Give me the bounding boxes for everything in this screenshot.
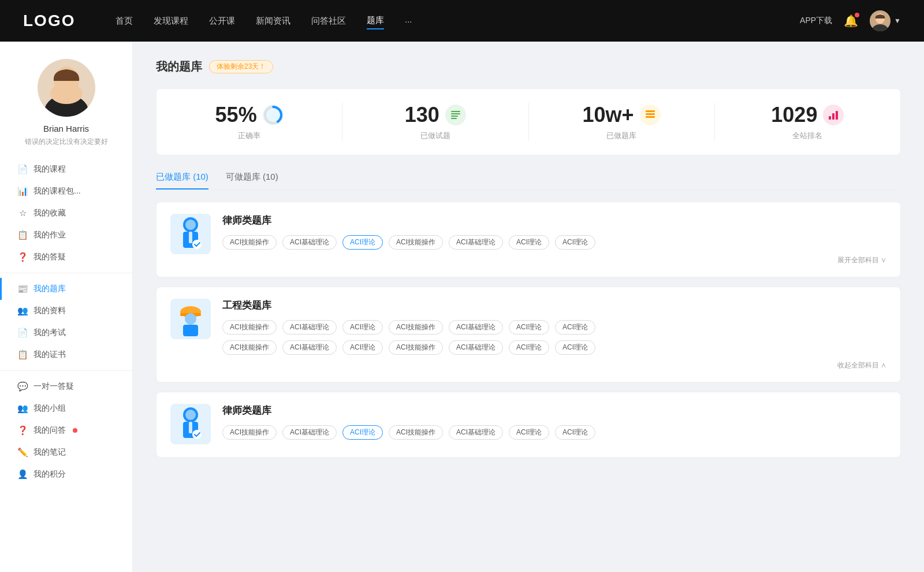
profile-name: Brian Harris: [43, 124, 89, 133]
tag-2-1-0[interactable]: ACI技能操作: [222, 340, 277, 355]
qbank-card-2: 工程类题库 ACI技能操作 ACI基础理论 ACI理论 ACI技能操作 ACI基…: [156, 287, 901, 382]
qbank-title-1: 律师类题库: [222, 214, 886, 227]
profile-icon: 👥: [17, 306, 28, 316]
tag-3-6[interactable]: ACI理论: [555, 425, 595, 440]
sidebar-item-course-packages-label: 我的课程包...: [33, 186, 81, 196]
stat-rank: 1029 全站排名: [715, 103, 900, 141]
tag-1-0[interactable]: ACI技能操作: [222, 235, 277, 250]
sidebar-item-certificate[interactable]: 📋 我的证书: [0, 344, 132, 366]
sidebar-item-qa[interactable]: ❓ 我的答疑: [0, 246, 132, 268]
tag-1-1[interactable]: ACI基础理论: [282, 235, 337, 250]
sidebar-item-course-packages[interactable]: 📊 我的课程包...: [0, 180, 132, 202]
svg-point-21: [185, 220, 196, 230]
sidebar-item-1on1-label: 一对一答疑: [33, 381, 74, 392]
stat-accuracy-label: 正确率: [168, 131, 330, 141]
stat-banks-value: 10w+: [583, 103, 634, 127]
stat-accuracy-value: 55%: [215, 103, 257, 127]
sidebar-item-exam[interactable]: 📄 我的考试: [0, 322, 132, 344]
sidebar-item-points[interactable]: 👤 我的积分: [0, 463, 132, 485]
qbank-card-3: 律师类题库 ACI技能操作 ACI基础理论 ACI理论 ACI技能操作 ACI基…: [156, 392, 901, 458]
logo: LOGO: [23, 12, 81, 30]
tag-1-6[interactable]: ACI理论: [555, 235, 595, 250]
sidebar-item-courses-label: 我的课程: [33, 164, 66, 174]
tag-3-2[interactable]: ACI理论: [342, 425, 383, 440]
tag-2-0-0[interactable]: ACI技能操作: [222, 320, 277, 335]
profile-bio: 错误的决定比没有决定要好: [13, 137, 120, 147]
tag-3-4[interactable]: ACI基础理论: [449, 425, 503, 440]
tab-done[interactable]: 已做题库 (10): [156, 172, 208, 190]
sidebar-item-profile[interactable]: 👥 我的资料: [0, 300, 132, 322]
stat-rank-label: 全站排名: [726, 131, 889, 141]
user-menu[interactable]: ▼: [870, 10, 901, 31]
tag-2-0-2[interactable]: ACI理论: [342, 320, 383, 335]
questions-red-dot: [73, 428, 77, 433]
tags-row-2-row2: ACI技能操作 ACI基础理论 ACI理论 ACI技能操作 ACI基础理论 AC…: [222, 340, 886, 355]
qbank-icon: 📰: [17, 284, 28, 294]
tag-3-5[interactable]: ACI理论: [509, 425, 549, 440]
tag-3-3[interactable]: ACI技能操作: [389, 425, 443, 440]
qbank-info-3: 律师类题库 ACI技能操作 ACI基础理论 ACI理论 ACI技能操作 ACI基…: [222, 404, 886, 445]
tag-1-4[interactable]: ACI基础理论: [449, 235, 503, 250]
favorites-icon: ☆: [17, 208, 28, 218]
tag-1-3[interactable]: ACI技能操作: [389, 235, 443, 250]
sidebar-item-1on1[interactable]: 💬 一对一答疑: [0, 376, 132, 398]
tag-2-1-2[interactable]: ACI理论: [342, 340, 383, 355]
stat-accuracy: 55% 正确率: [157, 103, 342, 141]
svg-rect-16: [829, 116, 831, 120]
tag-2-0-6[interactable]: ACI理论: [555, 320, 595, 335]
stat-questions: 130 已做试题: [342, 103, 528, 141]
sidebar-item-courses[interactable]: 📄 我的课程: [0, 158, 132, 180]
sidebar-item-questions[interactable]: ❓ 我的问答: [0, 419, 132, 441]
tag-2-0-3[interactable]: ACI技能操作: [389, 320, 443, 335]
nav-news[interactable]: 新闻资讯: [256, 13, 290, 29]
nav-qa[interactable]: 问答社区: [311, 13, 346, 29]
sidebar-item-notes[interactable]: ✏️ 我的笔记: [0, 441, 132, 463]
exam-icon: 📄: [17, 328, 28, 338]
nav-home[interactable]: 首页: [116, 13, 133, 29]
qbank-card-1-header: 律师类题库 ACI技能操作 ACI基础理论 ACI理论 ACI技能操作 ACI基…: [170, 214, 886, 265]
sidebar-item-qa-label: 我的答疑: [33, 252, 66, 262]
stat-questions-value: 130: [405, 103, 439, 127]
tag-2-0-4[interactable]: ACI基础理论: [449, 320, 503, 335]
nav-qbank[interactable]: 题库: [367, 13, 384, 29]
tag-2-0-1[interactable]: ACI基础理论: [282, 320, 337, 335]
tag-1-2[interactable]: ACI理论: [342, 235, 383, 250]
stat-rank-value: 1029: [771, 103, 817, 127]
tag-2-1-1[interactable]: ACI基础理论: [282, 340, 337, 355]
qbank-card-3-header: 律师类题库 ACI技能操作 ACI基础理论 ACI理论 ACI技能操作 ACI基…: [170, 404, 886, 445]
notification-bell[interactable]: 🔔: [844, 14, 858, 28]
tag-3-1[interactable]: ACI基础理论: [282, 425, 337, 440]
header: LOGO 首页 发现课程 公开课 新闻资讯 问答社区 题库 ··· APP下载 …: [0, 0, 924, 42]
certificate-icon: 📋: [17, 350, 28, 360]
sidebar-divider-1: [0, 273, 132, 273]
engineer-svg: [175, 300, 207, 338]
tag-2-1-4[interactable]: ACI基础理论: [449, 340, 503, 355]
collapse-link-2[interactable]: 收起全部科目 ∧: [222, 361, 886, 370]
tab-available[interactable]: 可做题库 (10): [226, 172, 278, 190]
courses-icon: 📄: [17, 164, 28, 174]
tag-1-5[interactable]: ACI理论: [509, 235, 549, 250]
nav-mooc[interactable]: 公开课: [209, 13, 235, 29]
qbank-card-1: 律师类题库 ACI技能操作 ACI基础理论 ACI理论 ACI技能操作 ACI基…: [156, 202, 901, 277]
nav-discover[interactable]: 发现课程: [154, 13, 188, 29]
tag-2-1-3[interactable]: ACI技能操作: [389, 340, 443, 355]
tag-2-1-6[interactable]: ACI理论: [555, 340, 595, 355]
sidebar-item-homework[interactable]: 📋 我的作业: [0, 224, 132, 246]
tag-2-1-5[interactable]: ACI理论: [509, 340, 549, 355]
svg-point-26: [185, 313, 196, 325]
qbank-info-2: 工程类题库 ACI技能操作 ACI基础理论 ACI理论 ACI技能操作 ACI基…: [222, 299, 886, 370]
main-nav: 首页 发现课程 公开课 新闻资讯 问答社区 题库 ···: [116, 13, 800, 29]
points-icon: 👤: [17, 469, 28, 480]
sidebar-item-qbank[interactable]: 📰 我的题库: [0, 278, 132, 300]
svg-point-6: [50, 83, 83, 104]
sidebar-item-groups[interactable]: 👥 我的小组: [0, 398, 132, 419]
sidebar-item-favorites[interactable]: ☆ 我的收藏: [0, 202, 132, 224]
page-header: 我的题库 体验剩余23天！: [156, 59, 901, 75]
app-download-button[interactable]: APP下载: [800, 16, 832, 26]
stat-questions-label: 已做试题: [354, 131, 516, 141]
homework-icon: 📋: [17, 230, 28, 240]
tag-3-0[interactable]: ACI技能操作: [222, 425, 277, 440]
tag-2-0-5[interactable]: ACI理论: [509, 320, 549, 335]
nav-more[interactable]: ···: [405, 14, 412, 28]
expand-link-1[interactable]: 展开全部科目 ∨: [222, 255, 886, 265]
